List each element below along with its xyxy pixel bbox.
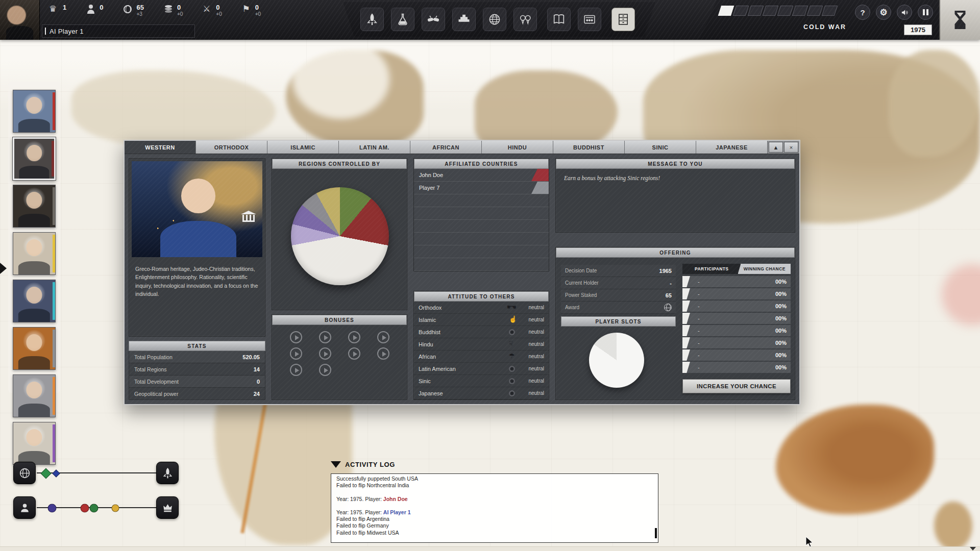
track-node-circle [81,504,89,513]
sidebar-expand-arrow[interactable] [0,263,7,274]
menu-wonders-button[interactable] [452,8,476,31]
attitude-row[interactable]: Buddhistneutral [414,326,549,338]
crown-icon [49,4,59,14]
rocket-track-button[interactable] [156,462,179,484]
leader-color-stripe [53,92,55,130]
affiliated-row[interactable]: Player 7 [414,182,549,194]
continent-greenland [286,50,424,147]
attitude-row[interactable]: Latin Americanneutral [414,363,549,375]
attitude-row[interactable]: Japaneseneutral [414,387,549,399]
menu-encyclopedia-button[interactable] [547,8,571,31]
message-section: MESSAGE TO YOU Earn a bonus by attacking… [555,158,795,233]
leader-portrait-8[interactable] [13,422,56,465]
tab-hindu[interactable]: HINDU [482,141,553,154]
end-turn-hourglass-button[interactable] [939,0,980,40]
leader-sidebar [13,90,56,465]
menu-achievements-button[interactable] [513,8,537,31]
leader-portrait-3[interactable] [13,185,56,228]
globe-track-button[interactable] [13,462,36,484]
leader-portrait-4[interactable] [13,232,56,275]
leader-color-stripe [52,141,54,177]
tab-buddhist[interactable]: BUDDHIST [553,141,625,154]
activity-log-header[interactable]: ACTIVITY LOG [331,461,395,468]
civilization-tabs: WESTERN ORTHODOX ISLAMIC LATIN AM. AFRIC… [125,141,799,154]
resource-delta: +0 [216,11,222,17]
leader-portrait-1[interactable] [13,90,56,133]
attitude-row[interactable]: Orthodoxneutral [414,302,549,314]
gear-icon: ⚙ [879,8,887,17]
bonus-play-button[interactable] [348,331,360,343]
affiliated-header: AFFILIATED COUNTRIES [414,159,549,169]
tab-african[interactable]: AFRICAN [410,141,482,154]
tab-japanese[interactable]: JAPANESE [696,141,768,154]
sound-button[interactable] [897,5,912,20]
affiliated-row [414,220,549,233]
menu-diplomacy-button[interactable] [422,8,445,31]
track-node-circle [90,504,99,513]
affiliated-row[interactable]: John Doe [414,169,549,182]
bonus-play-button[interactable] [377,347,389,360]
rocket-icon [365,12,379,27]
bonus-play-button[interactable] [348,347,360,360]
minimize-button[interactable]: ▲ [769,142,783,153]
pause-button[interactable] [918,5,933,20]
attitude-row[interactable]: Sinicneutral [414,375,549,387]
settings-button[interactable]: ⚙ [876,5,891,20]
help-button[interactable]: ? [855,5,870,20]
menu-rocket-button[interactable] [360,8,384,31]
offering-header: OFFERING [556,247,795,258]
leader-portrait-2[interactable] [13,137,56,180]
bonus-play-button[interactable] [377,331,389,343]
flask-icon [396,12,410,27]
bonus-play-button[interactable] [319,347,331,360]
leader-color-stripe [53,377,55,415]
bonus-play-button[interactable] [319,331,331,343]
close-button[interactable]: × [784,142,798,153]
regions-pie-chart [291,187,389,285]
menu-world-button[interactable] [483,8,506,31]
leader-portrait-5[interactable] [13,280,56,322]
resource-delta: +3 [136,11,143,17]
attitude-row[interactable]: Islamicneutral [414,314,549,326]
log-scrollbar-thumb[interactable] [655,528,657,538]
attitude-row[interactable]: Africanneutral [414,350,549,363]
resource-value: 0 [100,4,103,11]
log-line: Year: 1975. Player: AI Player 1 [336,509,653,516]
flag-icon [241,4,252,14]
activity-log-box[interactable]: Successfully puppeted South USA Failed t… [331,473,658,543]
bonus-play-button[interactable] [319,364,331,376]
resource-military: 0+0 [202,4,222,17]
leader-color-stripe [53,282,55,320]
activity-log-title: ACTIVITY LOG [345,461,395,468]
progress-segment [748,6,764,16]
log-line [336,489,653,495]
player-avatar[interactable] [0,0,40,40]
menu-research-button[interactable] [391,8,414,31]
top-bar: AI Player 1 1 0 65+3 0+0 0+0 [0,0,980,40]
handshake-icon [506,304,519,312]
player-slots-header: PLAYER SLOTS [561,316,676,327]
leader-portrait-7[interactable] [13,374,56,417]
umbrella-icon [506,353,519,361]
offering-row: Current Holder- [561,277,676,289]
tab-sinic[interactable]: SINIC [625,141,696,154]
menu-industry-button[interactable] [578,8,601,31]
crown-track-button[interactable] [156,496,179,519]
menu-archive-button[interactable] [611,8,635,31]
person-track-button[interactable] [13,496,36,519]
leader-portrait-6[interactable] [13,327,56,370]
tab-islamic[interactable]: ISLAMIC [267,141,339,154]
bonus-play-button[interactable] [290,331,302,343]
leader-color-stripe [53,235,55,272]
tab-latin-am[interactable]: LATIN AM. [339,141,410,154]
log-line: Failed to flip Midwest USA [336,530,653,536]
increase-chance-button[interactable]: INCREASE YOUR CHANCE [682,379,791,393]
stat-row: Total Development0 [129,375,265,388]
attitude-row[interactable]: Hinduneutral [414,338,549,350]
tab-western[interactable]: WESTERN [125,141,196,154]
bonus-play-button[interactable] [290,347,302,360]
bottom-scroll-strip[interactable] [0,546,980,551]
tab-orthodox[interactable]: ORTHODOX [196,141,267,154]
bonus-play-button[interactable] [290,364,302,376]
scroll-corner-arrow[interactable] [970,547,976,550]
